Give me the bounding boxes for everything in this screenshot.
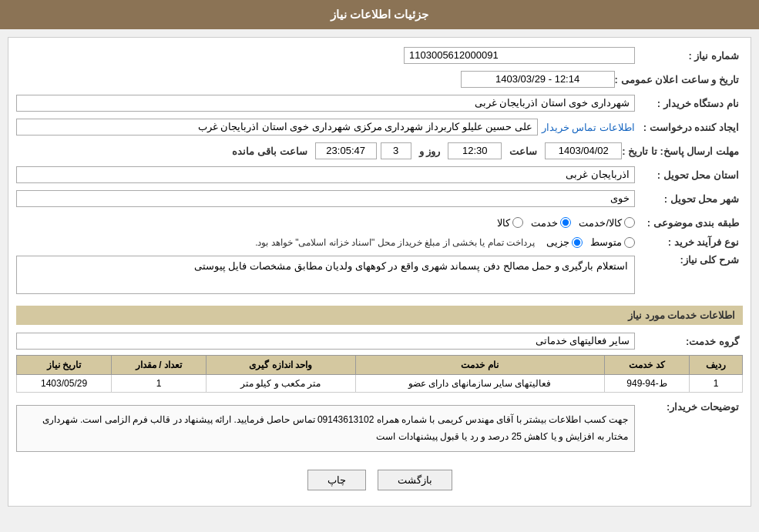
deadline-time: 12:30 (448, 142, 502, 159)
description-value: استعلام بارگیری و حمل مصالح دفن پسماند ش… (16, 256, 635, 294)
description-row: شرح کلی نیاز: استعلام بارگیری و حمل مصال… (16, 252, 743, 298)
category-khadamat-radio[interactable] (560, 217, 571, 228)
city-label: شهر محل تحویل : (635, 193, 743, 205)
row-count: 1 (112, 375, 207, 393)
province-label: استان محل تحویل : (635, 169, 743, 181)
row-number: 1 (690, 375, 743, 393)
purchase-jozei-radio[interactable] (572, 237, 583, 248)
purchase-type-row: نوع فرآیند خرید : متوسط جزیی پرداخت تمام… (16, 236, 743, 248)
purchase-jozei-item[interactable]: جزیی (546, 236, 583, 248)
print-button[interactable]: چاپ (307, 470, 366, 490)
creator-label: ایجاد کننده درخواست : (635, 122, 743, 133)
time-label: ساعت (509, 146, 537, 157)
row-date: 1403/05/29 (17, 375, 112, 393)
announce-row: تاریخ و ساعت اعلان عمومی : 1403/03/29 - … (16, 69, 743, 89)
need-number-label: شماره نیاز : (635, 50, 743, 62)
buyer-org-label: نام دستگاه خریدار : (635, 98, 743, 109)
day-label: روز و (419, 146, 441, 157)
buyer-notes-label: توضیحات خریدار: (635, 399, 743, 413)
purchase-motavsat-label: متوسط (590, 236, 622, 248)
services-title: اطلاعات خدمات مورد نیاز (16, 306, 743, 325)
buyer-notes-value: جهت کسب اطلاعات بیشتر با آقای مهندس کریم… (16, 405, 635, 452)
need-number-row: شماره نیاز : 1103005612000091 (16, 45, 743, 65)
remaining-value: 23:05:47 (315, 142, 377, 159)
category-kala-khadamat-radio[interactable] (624, 217, 635, 228)
deadline-date: 1403/04/02 (545, 142, 622, 159)
buyer-org-value: شهرداری خوی استان اذربایجان غربی (16, 95, 635, 112)
creator-link[interactable]: اطلاعات تماس خریدار (542, 122, 635, 133)
buttons-row: بازگشت چاپ (16, 470, 743, 490)
row-name: فعالیتهای سایر سازمانهای دارای عضو (355, 375, 604, 393)
purchase-jozei-label: جزیی (546, 236, 569, 248)
table-row: 1 ط-94-949 فعالیتهای سایر سازمانهای دارا… (17, 375, 743, 393)
buyer-org-row: نام دستگاه خریدار : شهرداری خوی استان اذ… (16, 93, 743, 113)
row-code: ط-94-949 (604, 375, 690, 393)
row-unit: متر مکعب و کیلو متر (206, 375, 355, 393)
deadline-row: مهلت ارسال پاسخ: تا تاریخ : 1403/04/02 س… (16, 141, 743, 161)
description-label: شرح کلی نیاز: (635, 252, 743, 266)
announce-label: تاریخ و ساعت اعلان عمومی : (615, 74, 743, 85)
purchase-type-radio-group: متوسط جزیی (546, 236, 635, 248)
creator-row: ایجاد کننده درخواست : اطلاعات تماس خریدا… (16, 117, 743, 137)
category-label: طبقه بندی موضوعی : (635, 217, 743, 229)
category-khadamat-item[interactable]: خدمت (531, 217, 571, 229)
table-header-unit: واحد اندازه گیری (206, 356, 355, 375)
back-button[interactable]: بازگشت (378, 470, 452, 490)
category-kala-label: کالا (497, 217, 510, 229)
purchase-type-label: نوع فرآیند خرید : (635, 236, 743, 248)
announce-value: 1403/03/29 - 12:14 (461, 71, 615, 88)
city-value: خوی (16, 190, 635, 207)
table-header-code: کد خدمت (604, 356, 690, 375)
need-number-value: 1103005612000091 (404, 47, 635, 64)
purchase-type-note: پرداخت تمام یا بخشی از مبلغ خریداز محل "… (255, 237, 535, 248)
category-kala-khadamat-item[interactable]: کالا/خدمت (579, 217, 635, 229)
category-radio-group: کالا/خدمت خدمت کالا (497, 217, 635, 229)
province-value: اذربایجان غربی (16, 166, 635, 183)
category-row: طبقه بندی موضوعی : کالا/خدمت خدمت کالا (16, 212, 743, 233)
city-row: شهر محل تحویل : خوی (16, 189, 743, 209)
category-kala-item[interactable]: کالا (497, 217, 523, 229)
services-table: ردیف کد خدمت نام خدمت واحد اندازه گیری ت… (16, 355, 743, 393)
table-header-count: تعداد / مقدار (112, 356, 207, 375)
table-header-date: تاریخ نیاز (17, 356, 112, 375)
page-wrapper: جزئیات اطلاعات نیاز شماره نیاز : 1103005… (0, 0, 759, 532)
page-header: جزئیات اطلاعات نیاز (0, 0, 759, 29)
province-row: استان محل تحویل : اذربایجان غربی (16, 165, 743, 185)
category-khadamat-label: خدمت (531, 217, 558, 229)
service-group-row: گروه خدمت: سایر فعالیتهای خدماتی (16, 331, 743, 351)
purchase-motavsat-radio[interactable] (624, 237, 635, 248)
deadline-label: مهلت ارسال پاسخ: تا تاریخ : (622, 146, 743, 157)
table-header-name: نام خدمت (355, 356, 604, 375)
header-title: جزئیات اطلاعات نیاز (331, 8, 428, 21)
creator-name: علی حسین علیلو کاربرداز شهرداری مرکزی شه… (16, 119, 538, 136)
service-group-value: سایر فعالیتهای خدماتی (16, 333, 635, 350)
table-header-row: ردیف (690, 356, 743, 375)
purchase-motavsat-item[interactable]: متوسط (590, 236, 635, 248)
main-content: شماره نیاز : 1103005612000091 تاریخ و سا… (8, 37, 751, 507)
service-group-label: گروه خدمت: (635, 336, 743, 347)
day-value: 3 (381, 142, 411, 159)
category-kala-radio[interactable] (512, 217, 523, 228)
category-kala-khadamat-label: کالا/خدمت (579, 217, 622, 229)
remaining-label: ساعت باقی مانده (232, 146, 307, 157)
buyer-notes-row: توضیحات خریدار: جهت کسب اطلاعات بیشتر با… (16, 399, 743, 458)
